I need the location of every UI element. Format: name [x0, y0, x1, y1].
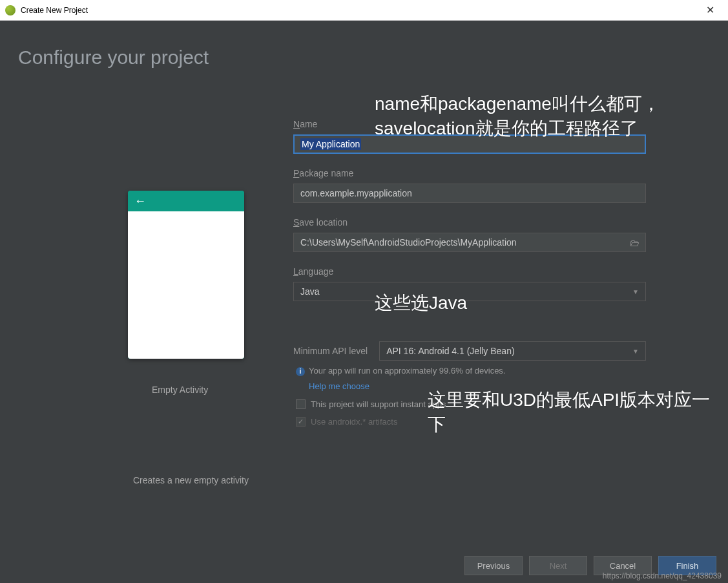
- form: Name My Application Package name Save lo…: [293, 119, 646, 441]
- folder-icon[interactable]: 🗁: [630, 237, 640, 248]
- api-level-select[interactable]: API 16: Android 4.1 (Jelly Bean) ▼: [379, 341, 646, 361]
- watermark: https://blog.csdn.net/qq_42438039: [603, 571, 722, 580]
- preview-body: [128, 211, 244, 359]
- previous-button[interactable]: Previous: [464, 556, 523, 575]
- template-name: Empty Activity: [152, 385, 208, 395]
- api-level-label: Minimum API level: [293, 346, 368, 356]
- instant-apps-checkbox[interactable]: [296, 399, 306, 409]
- titlebar: Create New Project ✕: [0, 0, 728, 21]
- template-preview: ←: [128, 191, 244, 359]
- androidx-row: Use androidx.* artifacts: [296, 417, 646, 427]
- field-package: Package name: [293, 168, 646, 203]
- field-api-level: Minimum API level API 16: Android 4.1 (J…: [293, 341, 646, 427]
- androidx-label: Use androidx.* artifacts: [311, 417, 397, 427]
- chevron-down-icon: ▼: [632, 288, 639, 295]
- preview-header: ←: [128, 191, 244, 211]
- window-title: Create New Project: [21, 6, 697, 15]
- help-choose-link[interactable]: Help me choose: [309, 381, 369, 391]
- close-icon[interactable]: ✕: [697, 4, 723, 16]
- field-name: Name My Application: [293, 119, 646, 154]
- info-icon: i: [296, 367, 305, 376]
- app-icon: [5, 5, 16, 16]
- field-save-location: Save location 🗁: [293, 217, 646, 252]
- back-arrow-icon: ←: [134, 195, 146, 208]
- name-input[interactable]: My Application: [293, 134, 646, 154]
- androidx-checkbox: [296, 417, 306, 427]
- save-location-label: Save location: [293, 217, 646, 228]
- api-info-text: iYour app will run on approximately 99.6…: [296, 366, 646, 376]
- language-select[interactable]: Java ▼: [293, 282, 646, 301]
- dialog-content: Configure your project ← Empty Activity …: [0, 21, 728, 583]
- name-label: Name: [293, 119, 646, 129]
- package-input[interactable]: [293, 184, 646, 203]
- package-label: Package name: [293, 168, 646, 178]
- instant-apps-row[interactable]: This project will support instant apps: [296, 399, 646, 409]
- instant-apps-label: This project will support instant apps: [311, 399, 446, 409]
- api-level-value: API 16: Android 4.1 (Jelly Bean): [386, 346, 514, 356]
- page-title: Configure your project: [18, 47, 209, 69]
- next-button: Next: [529, 556, 587, 575]
- chevron-down-icon: ▼: [632, 348, 639, 355]
- language-value: Java: [300, 286, 320, 297]
- save-location-input[interactable]: [293, 233, 646, 252]
- template-description: Creates a new empty activity: [133, 475, 249, 485]
- language-label: Language: [293, 266, 646, 277]
- field-language: Language Java ▼: [293, 266, 646, 301]
